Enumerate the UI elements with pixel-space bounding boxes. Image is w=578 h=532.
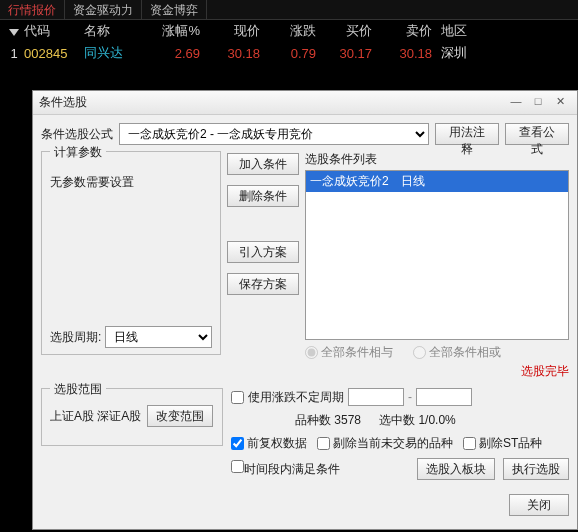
th-diff[interactable]: 涨跌 xyxy=(260,22,316,40)
hit-label: 选中数 xyxy=(379,413,415,427)
tab-quote[interactable]: 行情报价 xyxy=(0,0,65,19)
chk-excl-notrade[interactable]: 剔除当前未交易的品种 xyxy=(317,435,453,452)
cell-bid: 30.17 xyxy=(316,46,372,61)
count-label: 品种数 xyxy=(295,413,331,427)
radio-and-input[interactable] xyxy=(305,346,318,359)
view-formula-button[interactable]: 查看公式 xyxy=(505,123,569,145)
condition-list[interactable]: 一念成妖竞价2 日线 xyxy=(305,170,569,340)
usage-button[interactable]: 用法注释 xyxy=(435,123,499,145)
scope-legend: 选股范围 xyxy=(50,381,106,398)
change-scope-button[interactable]: 改变范围 xyxy=(147,405,213,427)
th-area[interactable]: 地区 xyxy=(432,22,476,40)
sort-icon xyxy=(9,29,19,36)
th-price[interactable]: 现价 xyxy=(200,22,260,40)
cell-price: 30.18 xyxy=(200,46,260,61)
th-code[interactable]: 代码 xyxy=(24,22,84,40)
scope-text: 上证A股 深证A股 xyxy=(50,408,141,425)
cond-list-label: 选股条件列表 xyxy=(305,151,569,168)
formula-select[interactable]: 一念成妖竞价2 - 一念成妖专用竞价 xyxy=(119,123,429,145)
cell-name: 同兴达 xyxy=(84,44,140,62)
no-params-text: 无参数需要设置 xyxy=(50,174,212,191)
chk-use-period-label: 使用涨跌不定周期 xyxy=(248,389,344,406)
chk-excl-st[interactable]: 剔除ST品种 xyxy=(463,435,542,452)
add-condition-button[interactable]: 加入条件 xyxy=(227,153,299,175)
dialog-titlebar[interactable]: 条件选股 — □ ✕ xyxy=(33,91,577,115)
chk-timerange[interactable]: 时间段内满足条件 xyxy=(231,460,340,478)
cell-ask: 30.18 xyxy=(372,46,432,61)
pick-block-button[interactable]: 选股入板块 xyxy=(417,458,495,480)
th-name[interactable]: 名称 xyxy=(84,22,140,40)
chk-timerange-input[interactable] xyxy=(231,460,244,473)
th-chgpct[interactable]: 涨幅% xyxy=(140,22,200,40)
formula-label: 条件选股公式 xyxy=(41,126,113,143)
dialog-title: 条件选股 xyxy=(39,94,87,111)
params-legend: 计算参数 xyxy=(50,144,106,161)
maximize-icon[interactable]: □ xyxy=(527,95,549,111)
cell-idx: 1 xyxy=(4,46,24,61)
minimize-icon[interactable]: — xyxy=(505,95,527,111)
period-from-input xyxy=(348,388,404,406)
radio-or[interactable]: 全部条件相或 xyxy=(413,344,501,361)
cell-area: 深圳 xyxy=(432,44,476,62)
th-ask[interactable]: 卖价 xyxy=(372,22,432,40)
chk-use-period[interactable] xyxy=(231,391,244,404)
tab-capital-drive[interactable]: 资金驱动力 xyxy=(65,0,142,19)
radio-and[interactable]: 全部条件相与 xyxy=(305,344,393,361)
cell-chgpct: 2.69 xyxy=(140,46,200,61)
dialog-condition-stock: 条件选股 — □ ✕ 条件选股公式 一念成妖竞价2 - 一念成妖专用竞价 用法注… xyxy=(32,90,578,530)
count-value: 3578 xyxy=(334,413,361,427)
exec-select-button[interactable]: 执行选股 xyxy=(503,458,569,480)
save-plan-button[interactable]: 保存方案 xyxy=(227,273,299,295)
hit-value: 1/0.0% xyxy=(418,413,455,427)
del-condition-button[interactable]: 删除条件 xyxy=(227,185,299,207)
cell-code: 002845 xyxy=(24,46,84,61)
radio-or-input[interactable] xyxy=(413,346,426,359)
scope-fieldset: 选股范围 上证A股 深证A股 改变范围 xyxy=(41,388,223,446)
params-fieldset: 计算参数 无参数需要设置 选股周期: 日线 xyxy=(41,151,221,355)
condition-item[interactable]: 一念成妖竞价2 日线 xyxy=(306,171,568,192)
chk-excl-st-input[interactable] xyxy=(463,437,476,450)
period-to-input xyxy=(416,388,472,406)
status-text: 选股完毕 xyxy=(305,363,569,380)
cell-diff: 0.79 xyxy=(260,46,316,61)
close-icon[interactable]: ✕ xyxy=(549,95,571,111)
tab-capital-game[interactable]: 资金博弈 xyxy=(142,0,207,19)
chk-fq[interactable]: 前复权数据 xyxy=(231,435,307,452)
close-button[interactable]: 关闭 xyxy=(509,494,569,516)
th-bid[interactable]: 买价 xyxy=(316,22,372,40)
chk-excl-notrade-input[interactable] xyxy=(317,437,330,450)
table-row[interactable]: 1 002845 同兴达 2.69 30.18 0.79 30.17 30.18… xyxy=(0,42,578,64)
period-label: 选股周期: xyxy=(50,329,101,346)
chk-fq-input[interactable] xyxy=(231,437,244,450)
import-plan-button[interactable]: 引入方案 xyxy=(227,241,299,263)
period-select[interactable]: 日线 xyxy=(105,326,212,348)
table-header: 代码 名称 涨幅% 现价 涨跌 买价 卖价 地区 xyxy=(0,20,578,42)
